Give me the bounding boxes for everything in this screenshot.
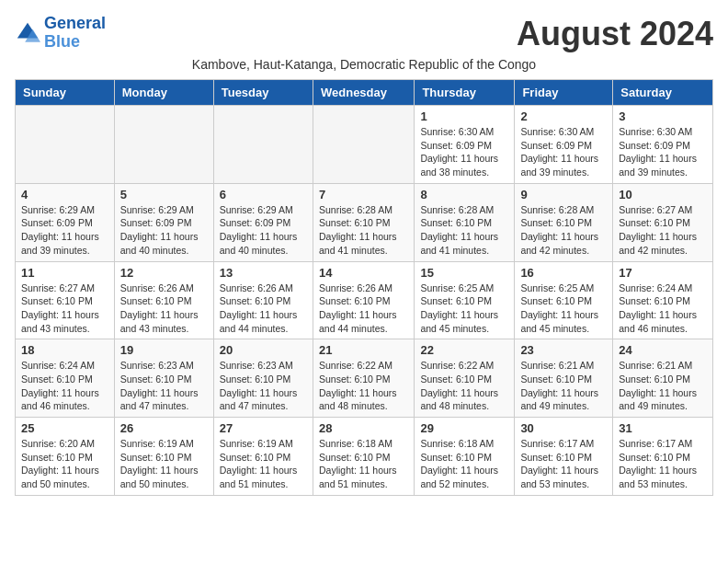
day-number: 11 (21, 266, 108, 280)
calendar-cell: 2Sunrise: 6:30 AM Sunset: 6:09 PM Daylig… (515, 106, 613, 184)
day-number: 19 (120, 343, 208, 357)
day-info: Sunrise: 6:30 AM Sunset: 6:09 PM Dayligh… (520, 125, 607, 179)
day-info: Sunrise: 6:19 AM Sunset: 6:10 PM Dayligh… (220, 437, 307, 491)
calendar-cell: 8Sunrise: 6:28 AM Sunset: 6:10 PM Daylig… (415, 183, 515, 261)
calendar-cell: 15Sunrise: 6:25 AM Sunset: 6:10 PM Dayli… (415, 261, 515, 339)
day-number: 5 (120, 188, 208, 201)
month-title: August 2024 (517, 15, 713, 53)
calendar-header-tuesday: Tuesday (213, 80, 313, 106)
calendar-cell: 25Sunrise: 6:20 AM Sunset: 6:10 PM Dayli… (16, 418, 115, 496)
calendar-cell: 14Sunrise: 6:26 AM Sunset: 6:10 PM Dayli… (313, 261, 414, 339)
calendar-cell: 31Sunrise: 6:17 AM Sunset: 6:10 PM Dayli… (613, 418, 713, 496)
day-number: 25 (21, 421, 108, 435)
calendar-cell: 26Sunrise: 6:19 AM Sunset: 6:10 PM Dayli… (114, 418, 213, 496)
calendar-cell (213, 106, 313, 184)
day-number: 20 (220, 343, 307, 357)
day-info: Sunrise: 6:26 AM Sunset: 6:10 PM Dayligh… (220, 282, 307, 336)
calendar-cell: 28Sunrise: 6:18 AM Sunset: 6:10 PM Dayli… (313, 418, 414, 496)
day-number: 16 (520, 266, 607, 280)
calendar-cell: 1Sunrise: 6:30 AM Sunset: 6:09 PM Daylig… (415, 106, 515, 184)
calendar-cell: 10Sunrise: 6:27 AM Sunset: 6:10 PM Dayli… (613, 183, 713, 261)
day-info: Sunrise: 6:28 AM Sunset: 6:10 PM Dayligh… (520, 203, 607, 258)
day-number: 24 (619, 343, 707, 357)
calendar-cell: 12Sunrise: 6:26 AM Sunset: 6:10 PM Dayli… (114, 261, 213, 339)
day-info: Sunrise: 6:21 AM Sunset: 6:10 PM Dayligh… (520, 359, 607, 413)
day-number: 27 (220, 421, 307, 435)
calendar-cell: 7Sunrise: 6:28 AM Sunset: 6:10 PM Daylig… (313, 183, 414, 261)
day-info: Sunrise: 6:17 AM Sunset: 6:10 PM Dayligh… (520, 437, 607, 491)
day-info: Sunrise: 6:17 AM Sunset: 6:10 PM Dayligh… (619, 437, 707, 491)
calendar-cell: 6Sunrise: 6:29 AM Sunset: 6:09 PM Daylig… (213, 183, 313, 261)
calendar-cell: 4Sunrise: 6:29 AM Sunset: 6:09 PM Daylig… (16, 183, 115, 261)
day-info: Sunrise: 6:28 AM Sunset: 6:10 PM Dayligh… (420, 203, 508, 258)
day-number: 8 (420, 188, 508, 201)
day-number: 22 (420, 343, 508, 357)
logo-text: General Blue (44, 15, 106, 52)
day-info: Sunrise: 6:26 AM Sunset: 6:10 PM Dayligh… (120, 282, 208, 336)
calendar-week-row: 18Sunrise: 6:24 AM Sunset: 6:10 PM Dayli… (16, 339, 713, 418)
day-info: Sunrise: 6:27 AM Sunset: 6:10 PM Dayligh… (619, 203, 707, 258)
calendar-header-friday: Friday (515, 80, 613, 106)
page-header: General Blue August 2024 (15, 15, 713, 53)
day-info: Sunrise: 6:22 AM Sunset: 6:10 PM Dayligh… (319, 359, 408, 413)
calendar-week-row: 4Sunrise: 6:29 AM Sunset: 6:09 PM Daylig… (16, 183, 713, 261)
day-info: Sunrise: 6:29 AM Sunset: 6:09 PM Dayligh… (220, 203, 307, 258)
day-number: 18 (21, 343, 108, 357)
day-info: Sunrise: 6:20 AM Sunset: 6:10 PM Dayligh… (21, 437, 108, 491)
calendar-header-saturday: Saturday (613, 80, 713, 106)
calendar-cell: 19Sunrise: 6:23 AM Sunset: 6:10 PM Dayli… (114, 339, 213, 418)
day-info: Sunrise: 6:30 AM Sunset: 6:09 PM Dayligh… (420, 125, 508, 179)
calendar-header-wednesday: Wednesday (313, 80, 414, 106)
day-number: 12 (120, 266, 208, 280)
calendar-cell: 22Sunrise: 6:22 AM Sunset: 6:10 PM Dayli… (415, 339, 515, 418)
day-number: 9 (520, 188, 607, 201)
day-number: 17 (619, 266, 707, 280)
logo-icon (15, 20, 40, 46)
day-info: Sunrise: 6:27 AM Sunset: 6:10 PM Dayligh… (21, 282, 108, 336)
page-subtitle: Kambove, Haut-Katanga, Democratic Republ… (15, 57, 713, 72)
day-info: Sunrise: 6:23 AM Sunset: 6:10 PM Dayligh… (120, 359, 208, 413)
calendar-header-monday: Monday (114, 80, 213, 106)
calendar-cell: 13Sunrise: 6:26 AM Sunset: 6:10 PM Dayli… (213, 261, 313, 339)
day-number: 7 (319, 188, 408, 201)
calendar-cell: 3Sunrise: 6:30 AM Sunset: 6:09 PM Daylig… (613, 106, 713, 184)
day-number: 21 (319, 343, 408, 357)
logo: General Blue (15, 15, 106, 52)
calendar-cell (313, 106, 414, 184)
calendar-cell: 21Sunrise: 6:22 AM Sunset: 6:10 PM Dayli… (313, 339, 414, 418)
day-info: Sunrise: 6:25 AM Sunset: 6:10 PM Dayligh… (420, 282, 508, 336)
day-number: 30 (520, 421, 607, 435)
day-info: Sunrise: 6:18 AM Sunset: 6:10 PM Dayligh… (420, 437, 508, 491)
day-info: Sunrise: 6:18 AM Sunset: 6:10 PM Dayligh… (319, 437, 408, 491)
day-info: Sunrise: 6:30 AM Sunset: 6:09 PM Dayligh… (619, 125, 707, 179)
day-number: 2 (520, 109, 607, 123)
day-number: 10 (619, 188, 707, 201)
day-number: 31 (619, 421, 707, 435)
calendar-cell: 17Sunrise: 6:24 AM Sunset: 6:10 PM Dayli… (613, 261, 713, 339)
calendar-cell: 18Sunrise: 6:24 AM Sunset: 6:10 PM Dayli… (16, 339, 115, 418)
calendar-week-row: 25Sunrise: 6:20 AM Sunset: 6:10 PM Dayli… (16, 418, 713, 496)
calendar-cell (16, 106, 115, 184)
day-number: 6 (220, 188, 307, 201)
day-info: Sunrise: 6:23 AM Sunset: 6:10 PM Dayligh… (220, 359, 307, 413)
day-number: 14 (319, 266, 408, 280)
day-number: 3 (619, 109, 707, 123)
day-info: Sunrise: 6:24 AM Sunset: 6:10 PM Dayligh… (619, 282, 707, 336)
day-number: 29 (420, 421, 508, 435)
day-info: Sunrise: 6:24 AM Sunset: 6:10 PM Dayligh… (21, 359, 108, 413)
calendar-header-row: SundayMondayTuesdayWednesdayThursdayFrid… (16, 80, 713, 106)
day-number: 28 (319, 421, 408, 435)
day-info: Sunrise: 6:26 AM Sunset: 6:10 PM Dayligh… (319, 282, 408, 336)
calendar-cell (114, 106, 213, 184)
calendar-cell: 9Sunrise: 6:28 AM Sunset: 6:10 PM Daylig… (515, 183, 613, 261)
day-info: Sunrise: 6:29 AM Sunset: 6:09 PM Dayligh… (21, 203, 108, 258)
calendar-cell: 11Sunrise: 6:27 AM Sunset: 6:10 PM Dayli… (16, 261, 115, 339)
day-info: Sunrise: 6:22 AM Sunset: 6:10 PM Dayligh… (420, 359, 508, 413)
calendar-cell: 20Sunrise: 6:23 AM Sunset: 6:10 PM Dayli… (213, 339, 313, 418)
day-number: 26 (120, 421, 208, 435)
calendar-cell: 5Sunrise: 6:29 AM Sunset: 6:09 PM Daylig… (114, 183, 213, 261)
day-number: 1 (420, 109, 508, 123)
day-number: 13 (220, 266, 307, 280)
day-number: 15 (420, 266, 508, 280)
calendar-cell: 24Sunrise: 6:21 AM Sunset: 6:10 PM Dayli… (613, 339, 713, 418)
